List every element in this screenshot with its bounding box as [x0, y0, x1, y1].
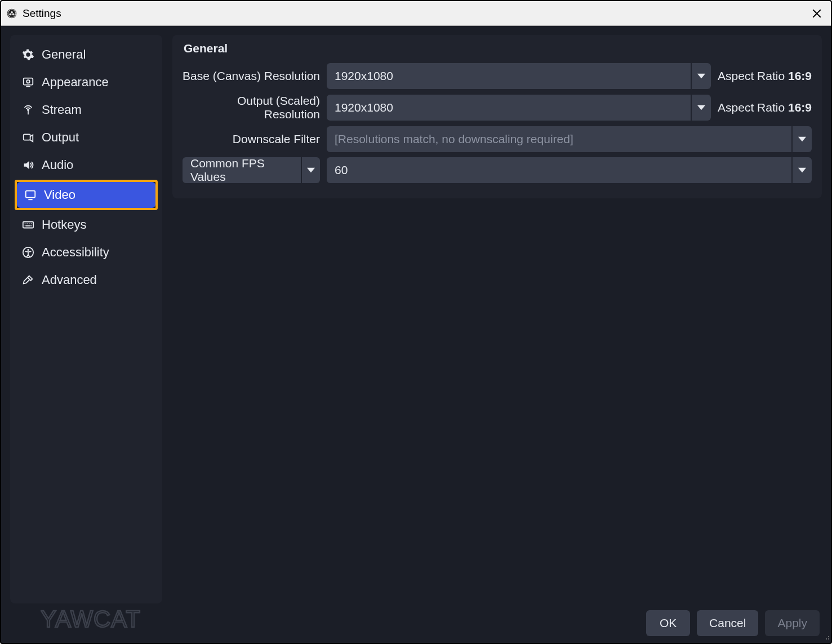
keyboard-icon: [21, 218, 35, 232]
apply-button: Apply: [765, 610, 820, 636]
base-resolution-dropdown[interactable]: [692, 63, 711, 89]
svg-point-14: [828, 638, 829, 639]
video-general-panel: General Base (Canvas) Resolution 1920x10…: [172, 35, 822, 198]
output-resolution-dropdown[interactable]: [692, 95, 711, 121]
sidebar-item-label: Video: [44, 188, 75, 202]
fps-row: Common FPS Values 60: [183, 157, 812, 183]
svg-point-3: [12, 13, 15, 15]
svg-point-16: [828, 636, 829, 637]
window-title: Settings: [23, 7, 61, 20]
base-resolution-row: Base (Canvas) Resolution 1920x1080 Aspec…: [183, 63, 812, 89]
ok-button[interactable]: OK: [646, 610, 690, 636]
sidebar-item-label: General: [42, 47, 86, 62]
titlebar: Settings: [1, 1, 831, 26]
fps-value-combo[interactable]: 60: [327, 157, 812, 183]
base-resolution-label: Base (Canvas) Resolution: [183, 69, 320, 83]
output-resolution-combo[interactable]: 1920x1080: [327, 95, 711, 121]
sidebar-item-label: Output: [42, 130, 79, 145]
dialog-footer: YAWCAT OK Cancel Apply: [10, 603, 822, 636]
downscale-filter-value[interactable]: [Resolutions match, no downscaling requi…: [327, 126, 791, 152]
sidebar-item-label: Hotkeys: [42, 217, 86, 232]
downscale-filter-label: Downscale Filter: [183, 132, 320, 146]
obs-icon: [6, 7, 18, 20]
svg-point-6: [26, 80, 30, 83]
base-resolution-combo[interactable]: 1920x1080: [327, 63, 711, 89]
fps-mode-label: Common FPS Values: [190, 157, 301, 184]
svg-point-4: [10, 13, 12, 15]
sidebar-highlight: Video: [15, 180, 158, 210]
svg-point-7: [28, 109, 29, 110]
sidebar-item-output[interactable]: Output: [15, 125, 158, 150]
tools-icon: [21, 273, 35, 287]
sidebar-item-hotkeys[interactable]: Hotkeys: [15, 212, 158, 238]
sidebar-item-stream[interactable]: Stream: [15, 97, 158, 123]
sidebar-item-accessibility[interactable]: Accessibility: [15, 239, 158, 265]
output-resolution-value[interactable]: 1920x1080: [327, 95, 691, 121]
sidebar-item-general[interactable]: General: [15, 42, 158, 68]
watermark: YAWCAT: [41, 605, 159, 637]
base-resolution-value[interactable]: 1920x1080: [327, 63, 691, 89]
settings-sidebar: General Appearance Stream: [10, 35, 162, 603]
downscale-filter-row: Downscale Filter [Resolutions match, no …: [183, 126, 812, 152]
sidebar-item-label: Audio: [42, 158, 73, 172]
content-area: General Base (Canvas) Resolution 1920x10…: [172, 35, 822, 603]
sidebar-item-appearance[interactable]: Appearance: [15, 69, 158, 95]
appearance-icon: [21, 75, 35, 89]
chevron-down-icon: [301, 157, 320, 183]
sidebar-item-label: Advanced: [42, 273, 97, 287]
speaker-icon: [21, 158, 35, 172]
monitor-icon: [24, 188, 37, 202]
output-resolution-row: Output (Scaled) Resolution 1920x1080 Asp…: [183, 94, 812, 121]
svg-point-15: [826, 638, 827, 639]
svg-rect-5: [24, 78, 33, 85]
fps-mode-dropdown[interactable]: Common FPS Values: [183, 157, 320, 183]
sidebar-item-audio[interactable]: Audio: [15, 152, 158, 178]
sidebar-item-label: Appearance: [42, 75, 109, 90]
sidebar-item-label: Stream: [42, 103, 82, 117]
sidebar-item-advanced[interactable]: Advanced: [15, 267, 158, 293]
downscale-filter-dropdown[interactable]: [793, 126, 812, 152]
close-button[interactable]: [808, 5, 825, 22]
resize-grip[interactable]: [823, 633, 830, 642]
svg-rect-9: [26, 191, 35, 198]
output-aspect-ratio: Aspect Ratio 16:9: [718, 101, 812, 114]
svg-point-2: [11, 11, 13, 13]
svg-rect-10: [23, 222, 33, 228]
output-resolution-label: Output (Scaled) Resolution: [183, 94, 320, 121]
output-icon: [21, 131, 35, 144]
section-title: General: [184, 42, 812, 55]
downscale-filter-combo[interactable]: [Resolutions match, no downscaling requi…: [327, 126, 812, 152]
svg-text:YAWCAT: YAWCAT: [41, 606, 141, 632]
fps-value[interactable]: 60: [327, 157, 791, 183]
accessibility-icon: [21, 246, 35, 259]
sidebar-item-video[interactable]: Video: [17, 182, 155, 208]
settings-window: Settings General Appearance: [0, 0, 832, 644]
base-aspect-ratio: Aspect Ratio 16:9: [718, 69, 812, 83]
body: General Appearance Stream: [1, 26, 831, 643]
gear-icon: [21, 48, 35, 61]
svg-rect-8: [24, 135, 30, 140]
fps-value-dropdown[interactable]: [793, 157, 812, 183]
antenna-icon: [21, 103, 35, 117]
svg-point-12: [27, 249, 29, 251]
sidebar-item-label: Accessibility: [42, 245, 109, 260]
cancel-button[interactable]: Cancel: [697, 610, 758, 636]
